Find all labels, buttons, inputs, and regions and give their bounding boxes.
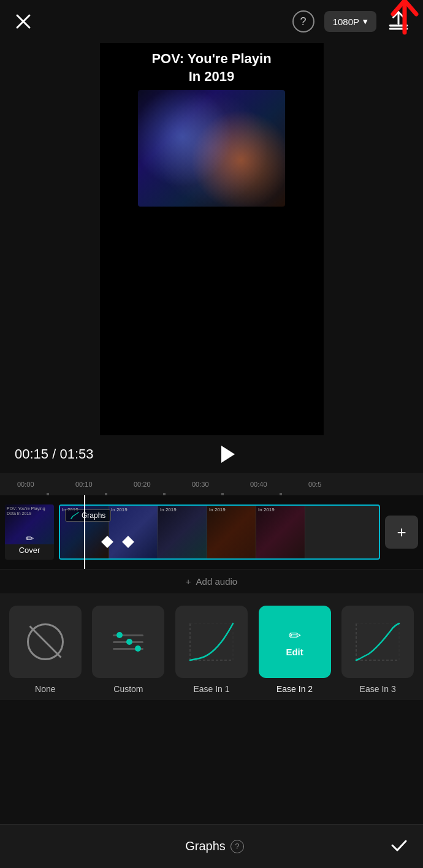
graphs-icon bbox=[70, 512, 79, 519]
edit-overlay-label: Edit bbox=[286, 647, 303, 657]
graphs-help-button[interactable]: ? bbox=[231, 840, 244, 853]
add-audio-bar[interactable]: + Add audio bbox=[0, 569, 423, 593]
bottom-title: Graphs ? bbox=[185, 839, 244, 853]
ruler-mark-1: 00:10 bbox=[75, 481, 93, 488]
video-black-area bbox=[100, 207, 324, 435]
play-button[interactable] bbox=[213, 441, 240, 468]
slider-track-1 bbox=[113, 634, 143, 636]
track-label-3: In 2019 bbox=[160, 507, 177, 512]
cover-label: ✏ Cover bbox=[19, 533, 40, 555]
total-time: 01:53 bbox=[59, 446, 93, 462]
ease-label-ease-in-2: Ease In 2 bbox=[276, 684, 313, 694]
ease-icon-ease-in-3 bbox=[341, 606, 414, 678]
slider-thumb-2 bbox=[126, 639, 132, 645]
diamond-markers bbox=[103, 538, 132, 546]
resolution-arrow: ▾ bbox=[363, 16, 368, 27]
add-clip-icon: + bbox=[397, 523, 406, 542]
slider-track-2 bbox=[113, 641, 143, 643]
track-segment-4: In 2019 bbox=[207, 506, 256, 558]
add-audio-label: Add audio bbox=[196, 576, 238, 587]
edit-overlay-pencil-icon: ✏ bbox=[289, 627, 301, 644]
time-separator: / bbox=[52, 446, 59, 462]
timeline-ruler: 00:00 00:10 00:20 00:30 00:40 00:5 bbox=[0, 473, 423, 495]
track-segment-2: In 2019 bbox=[109, 506, 158, 558]
ease-in-3-curve bbox=[353, 620, 402, 663]
none-circle-icon bbox=[27, 623, 64, 660]
track-label-2: In 2019 bbox=[111, 507, 128, 512]
resolution-label: 1080P bbox=[333, 17, 359, 27]
cover-edit-icon: ✏ bbox=[26, 533, 34, 544]
diamond-marker-2 bbox=[122, 536, 134, 548]
ease-label-custom: Custom bbox=[113, 684, 143, 694]
custom-sliders-icon bbox=[108, 630, 148, 655]
timeline-area: POV: You're Playing Dota In 2019 ✏ Cover… bbox=[0, 495, 423, 569]
slider-row-3 bbox=[113, 648, 143, 650]
bottom-bar: Graphs ? bbox=[0, 824, 423, 868]
cover-label-text: Cover bbox=[19, 546, 40, 555]
ease-icon-custom bbox=[92, 606, 164, 678]
ease-label-ease-in-3: Ease In 3 bbox=[360, 684, 396, 694]
top-bar: ? 1080P ▾ bbox=[0, 0, 423, 43]
video-title: POV: You're Playin In 2019 bbox=[145, 43, 277, 90]
slider-row-2 bbox=[113, 641, 143, 643]
ruler-mark-5: 00:5 bbox=[308, 481, 321, 488]
ease-icon-none bbox=[9, 606, 82, 678]
confirm-button[interactable] bbox=[390, 836, 408, 857]
video-thumbnail bbox=[138, 90, 285, 207]
track-segment-3: In 2019 bbox=[158, 506, 207, 558]
edit-overlay: ✏ Edit bbox=[259, 606, 331, 678]
close-button[interactable] bbox=[12, 10, 34, 32]
video-title-line2: In 2019 bbox=[151, 68, 271, 86]
ease-option-ease-in-1[interactable]: Ease In 1 bbox=[172, 606, 251, 694]
ease-options: None bbox=[0, 593, 423, 700]
add-clip-button[interactable]: + bbox=[385, 516, 418, 549]
add-audio-icon: + bbox=[186, 576, 191, 587]
ruler-mark-3: 00:30 bbox=[192, 481, 209, 488]
ease-icon-ease-in-1 bbox=[175, 606, 248, 678]
ease-icon-ease-in-2: ✏ Edit bbox=[259, 606, 331, 678]
ease-in-1-curve bbox=[187, 620, 236, 663]
graphs-title: Graphs bbox=[185, 839, 226, 853]
video-preview: POV: You're Playin In 2019 bbox=[100, 43, 324, 435]
resolution-button[interactable]: 1080P ▾ bbox=[324, 11, 376, 32]
track-segment-5: In 2019 bbox=[256, 506, 305, 558]
upload-arrow-indicator bbox=[388, 0, 422, 37]
help-button[interactable]: ? bbox=[292, 10, 314, 32]
track-label-4: In 2019 bbox=[209, 507, 226, 512]
slider-thumb-3 bbox=[135, 645, 141, 652]
graphs-overlay: Graphs bbox=[65, 509, 111, 522]
ruler-mark-2: 00:20 bbox=[134, 481, 151, 488]
cover-thumbnail[interactable]: POV: You're Playing Dota In 2019 ✏ Cover bbox=[5, 504, 54, 560]
playback-controls: 00:15 / 01:53 bbox=[0, 435, 423, 473]
ease-option-none[interactable]: None bbox=[6, 606, 85, 694]
current-time: 00:15 bbox=[15, 446, 48, 462]
ease-option-ease-in-3[interactable]: Ease In 3 bbox=[338, 606, 417, 694]
playhead bbox=[84, 495, 85, 569]
diamond-marker-1 bbox=[101, 536, 113, 548]
track-label-5: In 2019 bbox=[258, 507, 275, 512]
ease-option-ease-in-2[interactable]: ✏ Edit Ease In 2 bbox=[256, 606, 334, 694]
ruler-mark-0: 00:00 bbox=[17, 481, 34, 488]
video-title-line1: POV: You're Playin bbox=[151, 50, 271, 68]
ruler-mark-4: 00:40 bbox=[250, 481, 267, 488]
ease-label-ease-in-1: Ease In 1 bbox=[193, 684, 229, 694]
help-icon: ? bbox=[300, 15, 307, 28]
slider-thumb-1 bbox=[116, 632, 123, 638]
video-thumbnail-image bbox=[138, 90, 285, 207]
graphs-help-icon: ? bbox=[235, 842, 239, 851]
slider-track-3 bbox=[113, 648, 143, 650]
ease-label-none: None bbox=[35, 684, 55, 694]
slider-row-1 bbox=[113, 634, 143, 636]
ease-option-custom[interactable]: Custom bbox=[90, 606, 168, 694]
time-display: 00:15 / 01:53 bbox=[15, 446, 93, 462]
upload-button[interactable] bbox=[386, 9, 411, 34]
video-track[interactable]: Graphs In 2019 In 2019 In 2019 In 2019 I… bbox=[59, 504, 380, 560]
